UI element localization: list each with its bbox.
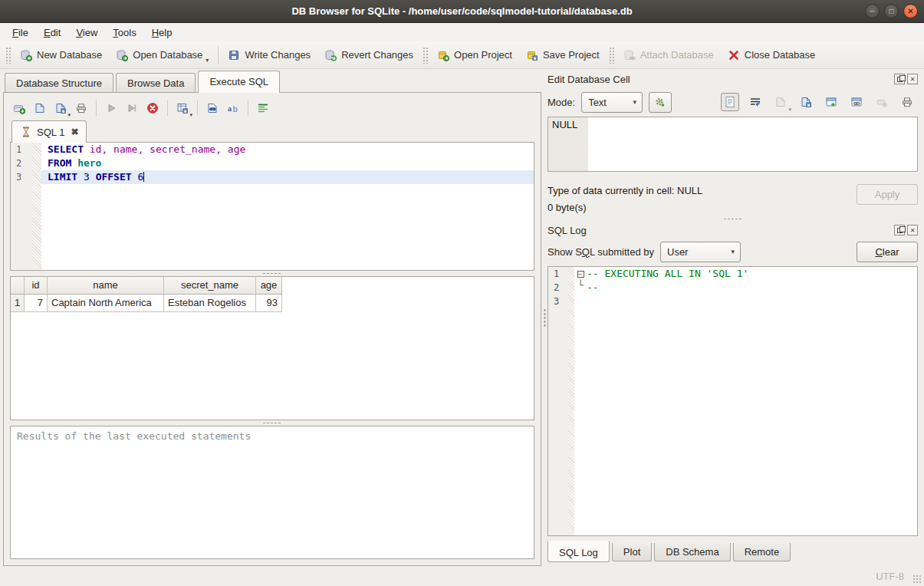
close-dock-icon[interactable]: ✕	[907, 225, 918, 235]
sql-token: SELECT	[48, 143, 84, 155]
right-pane: Edit Database Cell ✕ Mode: Text ▾ ▾ NULL…	[547, 71, 921, 566]
table-cell[interactable]: Captain North America	[48, 295, 164, 312]
row-number[interactable]: 1	[11, 295, 25, 312]
svg-text:b: b	[233, 104, 238, 114]
bottom-tab-sql-log[interactable]: SQL Log	[547, 541, 610, 562]
auto-format-button[interactable]: ab	[224, 99, 242, 117]
close-tab-icon[interactable]: ✖	[69, 127, 78, 137]
menu-tools[interactable]: Tools	[105, 25, 143, 41]
line-number: 3	[11, 170, 32, 184]
toolbar-drag-handle[interactable]	[423, 47, 428, 64]
close-window-button[interactable]: ✕	[903, 4, 918, 18]
tab-database-structure[interactable]: Database Structure	[5, 73, 113, 93]
set-null-icon	[876, 96, 888, 108]
apply-button[interactable]: Apply	[857, 184, 918, 205]
stop-execution-button[interactable]	[143, 99, 162, 117]
word-wrap-button[interactable]	[746, 93, 765, 111]
sql-token: 6	[132, 171, 144, 183]
close-dock-icon[interactable]: ✕	[907, 74, 918, 84]
tab-execute-sql[interactable]: Execute SQL	[198, 71, 280, 93]
bottom-tab-db-schema[interactable]: DB Schema	[654, 543, 730, 561]
copy-cell-link-button[interactable]	[847, 93, 866, 111]
text-cursor	[143, 172, 144, 182]
minimize-button[interactable]: ─	[865, 4, 880, 18]
tab-browse-data[interactable]: Browse Data	[116, 73, 196, 93]
editor-line[interactable]: 3LIMIT 3 OFFSET 6	[11, 170, 534, 184]
write-changes-icon	[228, 49, 240, 61]
open-project-icon	[437, 49, 449, 61]
open-sql-file-button[interactable]	[31, 99, 49, 117]
auto-switch-mode-button[interactable]	[649, 92, 672, 113]
dock-splitter[interactable]	[547, 216, 918, 222]
column-header-age[interactable]: age	[256, 277, 282, 295]
table-cell[interactable]: 7	[25, 295, 48, 312]
results-message-splitter[interactable]	[10, 420, 534, 426]
table-cell[interactable]: 93	[256, 295, 282, 312]
print-cell-button[interactable]	[898, 93, 916, 111]
sql-log-editor[interactable]: 1−-- EXECUTING ALL IN 'SQL 1'2└--3	[547, 266, 918, 536]
toolbar-separator	[248, 100, 248, 116]
write-changes-button[interactable]: Write Changes	[221, 44, 317, 67]
menu-edit[interactable]: Edit	[36, 25, 68, 41]
clear-button[interactable]: Clear	[857, 242, 918, 262]
open-external-button[interactable]	[822, 93, 840, 111]
menu-file[interactable]: File	[5, 25, 36, 41]
toolbar-drag-handle[interactable]	[609, 47, 614, 64]
log-filter-row: Show SQL submitted by User ▾ Clear	[547, 239, 918, 265]
fold-marker[interactable]: └	[574, 281, 587, 295]
log-filter-select[interactable]: User ▾	[660, 242, 741, 262]
menu-view[interactable]: View	[68, 25, 105, 41]
results-message: Results of the last executed statements	[17, 430, 251, 442]
save-project-button[interactable]: Save Project	[519, 44, 607, 67]
main-tab-bar: Database StructureBrowse DataExecute SQL	[3, 71, 541, 93]
code-text: FROM hero	[41, 156, 534, 170]
cell-editor[interactable]: NULL	[547, 117, 918, 172]
titlebar[interactable]: DB Browser for SQLite - /home/user/code/…	[0, 0, 924, 23]
new-database-button[interactable]: New Database	[13, 44, 109, 67]
maximize-button[interactable]: □	[884, 4, 899, 18]
table-corner[interactable]	[11, 277, 25, 295]
float-dock-icon[interactable]	[894, 225, 905, 235]
bottom-tab-remote[interactable]: Remote	[733, 543, 791, 561]
column-header-secret-name[interactable]: secret_name	[164, 277, 256, 295]
toolbar-drag-handle[interactable]	[5, 47, 11, 64]
chevron-down-icon[interactable]: ▾	[189, 112, 192, 118]
auto-format-icon: ab	[227, 102, 239, 114]
revert-changes-button[interactable]: Revert Changes	[317, 44, 420, 67]
sql-editor[interactable]: 1SELECT id, name, secret_name, age2FROM …	[10, 142, 534, 271]
editor-line[interactable]: 1SELECT id, name, secret_name, age	[11, 143, 534, 156]
new-sql-tab-button[interactable]	[10, 99, 28, 117]
find-replace-button[interactable]	[203, 99, 222, 117]
save-sql-file-button[interactable]: ▾	[51, 99, 70, 117]
table-cell[interactable]: Esteban Rogelios	[164, 295, 256, 312]
cell-type-text: Type of data currently in cell: NULL	[547, 183, 702, 199]
bottom-tab-plot[interactable]: Plot	[612, 543, 652, 561]
chevron-down-icon[interactable]: ▾	[206, 57, 209, 67]
chevron-down-icon[interactable]: ▾	[67, 112, 71, 118]
pane-splitter[interactable]	[541, 71, 547, 566]
menu-help[interactable]: Help	[144, 25, 180, 41]
column-header-id[interactable]: id	[25, 277, 48, 295]
encoding-indicator[interactable]: UTF-8	[876, 571, 904, 582]
close-database-button[interactable]: Close Database	[721, 44, 823, 67]
toggle-block-comment-button[interactable]	[254, 99, 272, 117]
toolbar-separator	[197, 100, 198, 116]
main-toolbar: New DatabaseOpen Database▾Write ChangesR…	[0, 41, 924, 69]
log-line: 3	[548, 295, 917, 308]
code-text: LIMIT 3 OFFSET 6	[41, 170, 534, 184]
results-message-box[interactable]: Results of the last executed statements	[10, 426, 534, 559]
chevron-down-icon: ▾	[788, 107, 791, 113]
mode-select[interactable]: Text ▾	[581, 92, 643, 113]
resize-grip[interactable]	[912, 574, 922, 584]
editor-results-splitter[interactable]	[10, 271, 534, 276]
float-dock-icon[interactable]	[894, 74, 905, 84]
export-data-button[interactable]	[797, 93, 815, 111]
text-mode-button[interactable]	[721, 93, 739, 111]
editor-line[interactable]: 2FROM hero	[11, 156, 534, 170]
save-results-button[interactable]: ▾	[173, 99, 192, 117]
print-sql-button[interactable]	[72, 99, 90, 117]
open-project-button[interactable]: Open Project	[430, 44, 519, 67]
open-database-button[interactable]: Open Database▾	[109, 44, 215, 67]
sql-tab[interactable]: SQL 1 ✖	[12, 120, 87, 143]
column-header-name[interactable]: name	[48, 277, 164, 295]
